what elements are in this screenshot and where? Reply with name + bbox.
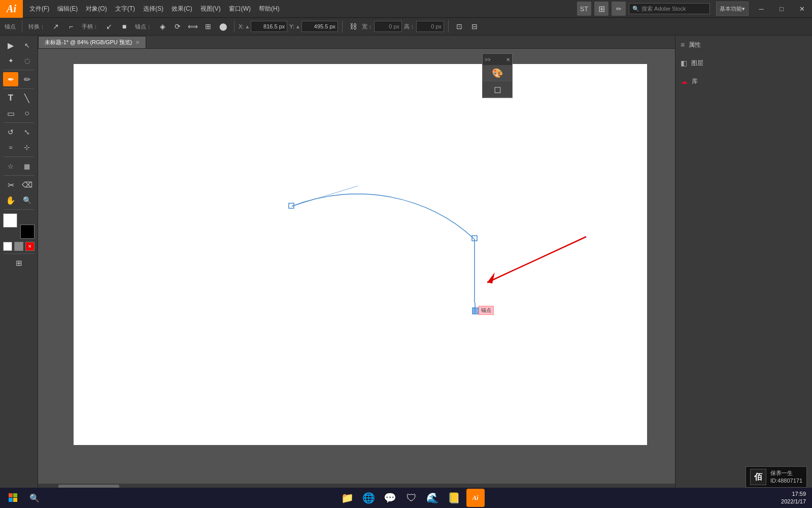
artboard-btn[interactable]: ⊞ [3,256,35,270]
x-coord-input[interactable] [251,21,287,32]
tab-close-0[interactable]: ✕ [136,40,140,45]
floating-panel-close[interactable]: ✕ [506,57,510,62]
windows-icon [9,493,18,502]
stroke-icon-btn[interactable]: ST [577,2,591,16]
handle-label: 手柄： [80,23,100,30]
direct-select-tool-btn[interactable]: ↖ [19,38,35,52]
rect-tool-btn[interactable]: ▭ [3,106,18,120]
y-coord-box: Y: ▲ [289,21,338,32]
properties-tab[interactable]: ≡ 属性 [675,36,812,54]
x-coord-box: X: ▲ [239,21,287,32]
column-chart-btn[interactable]: ▦ [19,159,35,173]
w-input[interactable] [374,21,402,32]
line-tool-btn[interactable]: ╲ [19,91,35,105]
fill-box[interactable] [3,213,17,228]
anchor-opt-btn[interactable]: ⊞ [201,20,215,33]
handle-free-btn[interactable]: ↙ [103,20,116,33]
menu-select[interactable]: 选择(S) [139,0,167,17]
link-dimensions-btn[interactable]: ⛓ [347,20,360,33]
toolbar-sep-4 [448,20,449,33]
taskbar-teams-btn[interactable]: 💬 [381,489,399,507]
pen-tool-btn[interactable]: ✒ [3,72,18,86]
ellipse-tool-btn[interactable]: ○ [19,106,35,120]
h-label: 高： [404,23,415,30]
layers-tab[interactable]: ◧ 图层 [675,54,812,72]
w-box: 宽： [362,21,402,32]
connect-anchor-btn[interactable]: ⟺ [186,20,199,33]
start-button[interactable] [4,489,22,507]
anchor-tooltip: 锚点 [479,306,494,315]
search-button[interactable]: 🔍 [25,489,44,507]
transform2-icon-btn[interactable]: ⊟ [468,20,481,33]
menu-window[interactable]: 窗口(W) [225,0,255,17]
lt-row-nav: ✋ 🔍 [0,193,38,207]
taskbar-ai-btn[interactable]: Ai [466,489,485,507]
close-button[interactable]: ✕ [792,0,812,18]
svg-line-3 [487,237,586,282]
libraries-tab[interactable]: ☁ 库 [675,72,812,90]
add-anchor-btn[interactable]: ◈ [156,20,169,33]
handle-aligned-btn[interactable]: ■ [118,20,131,33]
menu-view[interactable]: 视图(V) [196,0,225,17]
watermark-logo-icon: 佰 [750,469,766,485]
pencil-tool-btn[interactable]: ✏ [19,72,35,86]
y-coord-input[interactable] [301,21,338,32]
lt-row-pen: ✒ ✏ [0,72,38,86]
taskbar-left: 🔍 [0,489,48,507]
grid-btn[interactable]: ⊞ [594,2,608,16]
stroke-box[interactable] [20,225,35,239]
menu-file[interactable]: 文件(F) [25,0,53,17]
menu-help[interactable]: 帮助(H) [255,0,284,17]
taskbar-files-btn[interactable]: 📁 [339,489,357,507]
transform-icon-btn[interactable]: ⊡ [453,20,466,33]
no-color-btn[interactable]: ✕ [25,242,35,251]
y-stepper-up[interactable]: ▲ [295,24,300,29]
eraser-tool-btn[interactable]: ⌫ [19,178,35,192]
hand-tool-btn[interactable]: ✋ [3,193,18,207]
zoom-tool-btn[interactable]: 🔍 [19,193,35,207]
properties-label: 属性 [689,41,701,49]
free-transform-btn[interactable]: ⊹ [19,140,35,154]
warp-tool-btn[interactable]: ≈ [3,140,18,154]
type-tool-btn[interactable]: T [3,91,18,105]
lasso-btn[interactable]: ◌ [19,53,35,68]
right-sidebar: ≡ 属性 ◧ 图层 ☁ 库 [675,36,812,493]
h-input[interactable] [416,21,444,32]
taskbar: 🔍 📁 🌐 💬 🛡 🌊 📒 Ai 17:59 2022/1/17 [0,488,812,508]
title-bar-right: ST ⊞ ✏ 🔍 搜索 Adobe Stock 基本功能 ▾ [577,2,751,16]
convert-corner-btn[interactable]: ⌐ [64,20,78,33]
convert-smooth-btn[interactable]: ↗ [49,20,62,33]
menu-type[interactable]: 文字(T) [111,0,139,17]
taskbar-edge-btn[interactable]: 🌐 [360,489,378,507]
symbol-tool-btn[interactable]: ☆ [3,159,18,173]
maximize-button[interactable]: □ [771,0,792,18]
menu-effect[interactable]: 效果(C) [167,0,196,17]
preset-dropdown[interactable]: 基本功能 ▾ [716,2,749,16]
magic-wand-btn[interactable]: ✦ [3,53,18,68]
search-bar[interactable]: 🔍 搜索 Adobe Stock [629,3,710,14]
taskbar-notes-btn[interactable]: 📒 [445,489,463,507]
floating-panel-expand[interactable]: >> [485,57,491,62]
rotate-tool-btn[interactable]: ↺ [3,125,18,139]
artboard[interactable]: 锚点 [74,64,647,445]
svg-rect-7 [9,493,13,497]
anchor-dist-btn[interactable]: ⬤ [217,20,230,33]
menu-object[interactable]: 对象(O) [82,0,111,17]
fill-none-btn[interactable] [3,242,12,251]
select-tool-btn[interactable]: ▶ [3,38,18,52]
remove-anchor-btn[interactable]: ⟳ [171,20,184,33]
linear-grad-btn[interactable] [14,242,23,251]
appearance-btn[interactable]: 🎨 [483,65,512,81]
scale-tool-btn[interactable]: ⤡ [19,125,35,139]
taskbar-security-btn[interactable]: 🛡 [402,489,421,507]
stroke-appearance-btn[interactable]: ◻ [483,81,512,98]
top-toolbar: 锚点 转换： ↗ ⌐ 手柄： ↙ ■ 锚点： ◈ ⟳ ⟺ ⊞ ⬤ X: ▲ Y:… [0,18,812,36]
x-stepper-up[interactable]: ▲ [245,24,250,29]
document-tab-0[interactable]: 未标题-1* @ 84% (RGB/GPU 预览) ✕ [38,36,146,48]
anchor2-label: 锚点： [133,23,154,30]
menu-edit[interactable]: 编辑(E) [53,0,82,17]
taskbar-chrome-btn[interactable]: 🌊 [424,489,442,507]
minimize-button[interactable]: ─ [751,0,771,18]
scissors-tool-btn[interactable]: ✂ [3,178,18,192]
paintbrush-btn[interactable]: ✏ [612,2,626,16]
